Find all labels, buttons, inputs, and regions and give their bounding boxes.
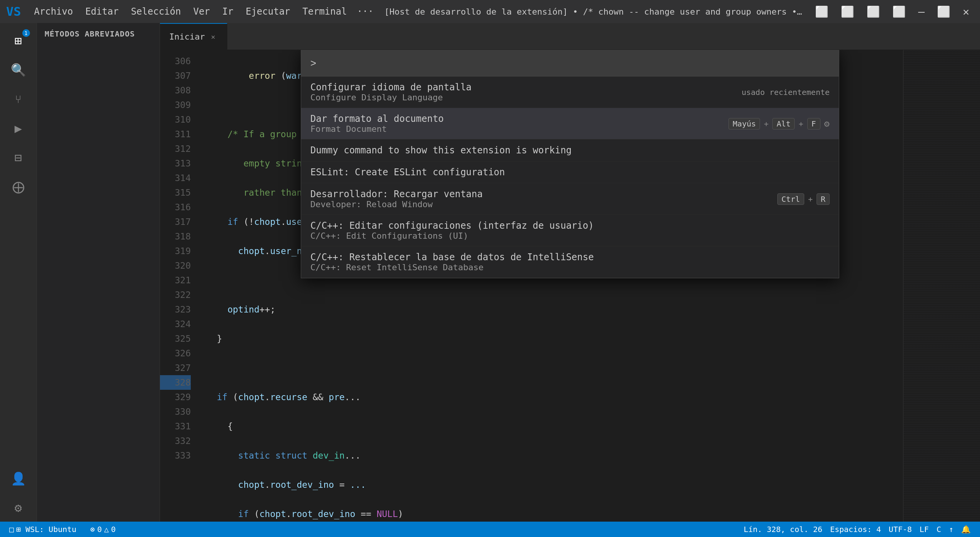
app-logo: VS: [6, 4, 21, 19]
status-bar: □ ⊞ WSL: Ubuntu ⊗ 0 △ 0 Lín. 328, col. 2…: [0, 522, 980, 537]
status-position[interactable]: Lín. 328, col. 26: [740, 525, 825, 534]
key-ctrl: Ctrl: [777, 193, 804, 205]
command-item-labels: C/C++: Restablecer la base de datos de I…: [310, 252, 594, 272]
settings-icon: ⚙: [15, 500, 22, 515]
spaces-label: Espacios: 4: [830, 525, 881, 534]
status-sync[interactable]: ↑: [946, 525, 957, 534]
search-icon: 🔍: [11, 63, 26, 77]
command-item-cpp-restablecer[interactable]: C/C++: Restablecer la base de datos de I…: [301, 246, 839, 278]
account-icon: 👤: [11, 471, 26, 486]
cmd-label: Dar formato al documento: [310, 113, 444, 124]
extensions-icon: ⊞: [15, 33, 22, 48]
activity-extensions2[interactable]: ⊟: [5, 144, 32, 171]
cmd-label: C/C++: Restablecer la base de datos de I…: [310, 252, 594, 263]
status-bell[interactable]: 🔔: [958, 525, 974, 534]
app-body: ⊞ 1 🔍 ⑂ ▶ ⊟ ⨁ 👤 ⚙ Métodos abreviados: [0, 23, 980, 522]
gear-icon[interactable]: ⚙: [824, 118, 830, 129]
status-spaces[interactable]: Espacios: 4: [827, 525, 884, 534]
activity-bar: ⊞ 1 🔍 ⑂ ▶ ⊟ ⨁ 👤 ⚙: [0, 23, 37, 522]
menu-ejecutar[interactable]: Ejecutar: [240, 5, 296, 18]
cmd-right: Mayús + Alt + F ⚙: [728, 118, 830, 130]
command-item-labels: C/C++: Editar configuraciones (interfaz …: [310, 220, 594, 241]
position-label: Lín. 328, col. 26: [743, 525, 822, 534]
language-label: C: [937, 525, 941, 534]
activity-remote[interactable]: ⨁: [5, 173, 32, 201]
activity-extensions[interactable]: ⊞ 1: [5, 27, 32, 55]
error-icon: ⊗: [90, 525, 95, 534]
activity-run[interactable]: ▶: [5, 115, 32, 142]
command-item-eslint[interactable]: ESLint: Create ESLint configuration: [301, 161, 839, 183]
extensions-badge: 1: [22, 29, 30, 37]
extensions2-icon: ⊟: [15, 150, 22, 165]
menu-more[interactable]: ···: [354, 5, 377, 18]
cmd-sublabel: Developer: Reload Window: [310, 200, 483, 209]
command-item-labels: Desarrollador: Recargar ventana Develope…: [310, 189, 483, 209]
command-list: Configurar idioma de pantalla Configure …: [301, 76, 839, 278]
status-line-ending[interactable]: LF: [917, 525, 932, 534]
menu-bar: Archivo Editar Selección Ver Ir Ejecutar…: [29, 5, 377, 18]
error-count: 0: [97, 525, 102, 534]
tab-label: Iniciar: [169, 32, 205, 42]
cmd-label: Configurar idioma de pantalla: [310, 82, 472, 93]
command-palette: Configurar idioma de pantalla Configure …: [301, 50, 839, 278]
cmd-right: usado recientemente: [742, 88, 830, 97]
menu-ir[interactable]: Ir: [217, 5, 239, 18]
status-language[interactable]: C: [933, 525, 944, 534]
status-wsl[interactable]: □ ⊞ WSL: Ubuntu: [6, 522, 80, 537]
tab-iniciar[interactable]: Iniciar ✕: [160, 23, 227, 50]
menu-seleccion[interactable]: Selección: [125, 5, 186, 18]
key-f: F: [807, 118, 820, 130]
command-item-labels: Dar formato al documento Format Document: [310, 113, 444, 134]
cmd-label: Desarrollador: Recargar ventana: [310, 189, 483, 200]
minimize-button[interactable]: —: [913, 4, 929, 20]
activity-search[interactable]: 🔍: [5, 56, 32, 84]
tab-close-button[interactable]: ✕: [209, 32, 218, 42]
toggle-panel-button[interactable]: ⬜: [862, 4, 885, 20]
command-item-labels: ESLint: Create ESLint configuration: [310, 167, 505, 178]
command-item-dummy[interactable]: Dummy command to show this extension is …: [301, 140, 839, 161]
status-errors[interactable]: ⊗ 0 △ 0: [87, 522, 119, 537]
command-palette-overlay: Configurar idioma de pantalla Configure …: [160, 50, 980, 522]
command-item-labels: Configurar idioma de pantalla Configure …: [310, 82, 472, 102]
key-r: R: [817, 193, 830, 205]
key-plus3: +: [808, 195, 813, 204]
command-item-dar-formato[interactable]: Dar formato al documento Format Document…: [301, 108, 839, 140]
status-right: Lín. 328, col. 26 Espacios: 4 UTF-8 LF C…: [740, 525, 974, 534]
sidebar-header: Métodos abreviados: [37, 23, 160, 45]
status-encoding[interactable]: UTF-8: [886, 525, 915, 534]
activity-settings[interactable]: ⚙: [5, 494, 32, 522]
command-item-desarrollador[interactable]: Desarrollador: Recargar ventana Develope…: [301, 183, 839, 215]
key-plus1: +: [764, 119, 768, 128]
titlebar: VS Archivo Editar Selección Ver Ir Ejecu…: [0, 0, 980, 23]
command-input[interactable]: [301, 50, 839, 76]
cmd-label: Dummy command to show this extension is …: [310, 145, 572, 156]
activity-source-control[interactable]: ⑂: [5, 85, 32, 113]
source-control-icon: ⑂: [15, 93, 22, 106]
cmd-sublabel: Format Document: [310, 124, 444, 134]
tab-bar: Iniciar ✕: [160, 23, 980, 50]
cmd-right: Ctrl + R: [777, 193, 830, 205]
cmd-sublabel: C/C++: Reset IntelliSense Database: [310, 263, 594, 272]
menu-editar[interactable]: Editar: [80, 5, 124, 18]
cmd-label: C/C++: Editar configuraciones (interfaz …: [310, 220, 594, 231]
menu-archivo[interactable]: Archivo: [29, 5, 78, 18]
close-button[interactable]: ✕: [958, 4, 974, 20]
command-input-wrap: [301, 50, 839, 76]
editor-area: Iniciar ✕ Configurar idioma de pantalla: [160, 23, 980, 522]
key-mayus: Mayús: [728, 118, 760, 130]
command-item-cpp-editar[interactable]: C/C++: Editar configuraciones (interfaz …: [301, 215, 839, 246]
command-item-configurar-idioma[interactable]: Configurar idioma de pantalla Configure …: [301, 76, 839, 108]
activity-account[interactable]: 👤: [5, 465, 32, 492]
cmd-sublabel: Configure Display Language: [310, 93, 472, 102]
menu-terminal[interactable]: Terminal: [297, 5, 352, 18]
key-plus2: +: [798, 119, 803, 128]
menu-ver[interactable]: Ver: [188, 5, 215, 18]
run-icon: ▶: [15, 121, 22, 136]
warning-count: 0: [111, 525, 116, 534]
maximize-button[interactable]: ⬜: [932, 4, 955, 20]
customize-layout-button[interactable]: ⬜: [888, 4, 910, 20]
split-editor-button[interactable]: ⬜: [810, 4, 833, 20]
window-title: [Host de desarrollo de la extensión] • /…: [384, 7, 803, 17]
cmd-label: ESLint: Create ESLint configuration: [310, 167, 505, 178]
toggle-sidebar-button[interactable]: ⬜: [836, 4, 859, 20]
